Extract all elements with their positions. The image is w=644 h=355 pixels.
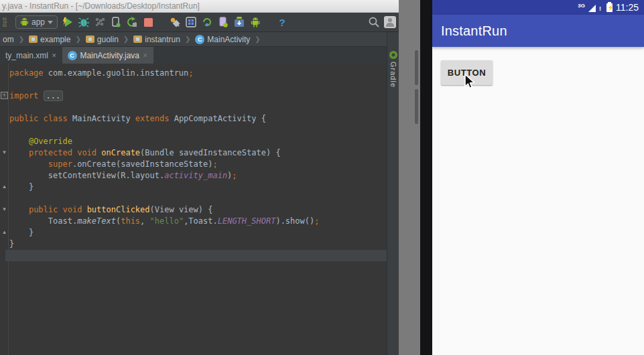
project-structure-icon[interactable]	[169, 16, 181, 28]
code-line: }	[9, 238, 385, 250]
code-line	[9, 193, 385, 204]
network-type-label: 3G	[578, 3, 585, 9]
gradle-icon	[389, 51, 397, 59]
emulator-frame-edge	[399, 0, 420, 355]
run-with-coverage-icon[interactable]	[94, 16, 106, 28]
run-button[interactable]	[62, 16, 74, 28]
user-avatar-icon[interactable]	[384, 16, 396, 28]
breadcrumb-separator: ❯	[15, 36, 27, 43]
class-icon: C	[195, 35, 204, 44]
screen: y.java - InstantRun - [~/Downloads/Deskt…	[0, 0, 644, 355]
sync-project-gradle-icon[interactable]	[201, 16, 213, 28]
package-icon	[86, 36, 94, 43]
code-line: }	[9, 227, 385, 238]
breadcrumb-separator: ❯	[182, 36, 194, 43]
breadcrumb-item-mainactivity[interactable]: C MainActivity	[194, 35, 251, 44]
code-line: }	[9, 182, 385, 193]
android-monitor-icon[interactable]	[249, 16, 261, 28]
code-line: package com.example.guolin.instantrun;	[9, 68, 385, 79]
fold-marker-icon[interactable]: ▾	[1, 149, 8, 156]
rerun-button[interactable]	[126, 16, 138, 28]
mouse-cursor-icon	[464, 74, 476, 90]
run-configuration-label: app	[31, 17, 45, 27]
code-line: import ...	[9, 90, 385, 102]
tab-mainactivity-java[interactable]: C MainActivity.java ✕	[62, 47, 153, 64]
fold-marker-icon[interactable]: ▾	[1, 206, 8, 213]
code-line: public class MainActivity extends AppCom…	[9, 113, 385, 125]
code-line	[9, 102, 385, 113]
help-icon[interactable]: ?	[276, 16, 288, 28]
battery-icon: ⚡	[606, 3, 613, 12]
tool-window-strip: Gradle	[387, 32, 399, 355]
editor-tab-bar: ty_main.xml ✕ C MainActivity.java ✕	[0, 47, 399, 64]
code-line	[9, 79, 385, 90]
tab-activity-main-xml[interactable]: ty_main.xml ✕	[0, 47, 62, 64]
fold-marker-icon[interactable]: ▴	[1, 183, 8, 190]
breadcrumb: om ❯ example ❯ guolin ❯ instantrun ❯ C M…	[0, 32, 399, 47]
android-device-monitor-icon[interactable]	[185, 16, 197, 28]
chevron-down-icon	[48, 21, 53, 24]
code-area: package com.example.guolin.instantrun;im…	[9, 68, 385, 261]
attach-debugger-icon[interactable]	[110, 16, 122, 28]
stop-button[interactable]	[142, 16, 154, 28]
code-line	[9, 125, 385, 136]
app-content: BUTTON	[432, 47, 644, 355]
app-title: InstantRun	[441, 23, 507, 39]
fold-marker-icon[interactable]: ▴	[1, 228, 8, 236]
code-line: setContentView(R.layout.activity_main);	[9, 170, 385, 182]
breadcrumb-separator: ❯	[251, 36, 263, 43]
breadcrumb-item-guolin[interactable]: guolin	[84, 35, 120, 44]
breadcrumb-separator: ❯	[72, 36, 84, 43]
code-line: public void buttonClicked(View view) {	[9, 204, 385, 216]
volume-down-button[interactable]	[415, 89, 418, 124]
sdk-manager-icon[interactable]	[233, 16, 245, 28]
code-line	[5, 250, 395, 261]
signal-strength-icon	[588, 5, 596, 12]
fold-marker-icon[interactable]: +	[1, 92, 8, 99]
app-action-bar: InstantRun	[432, 15, 644, 47]
run-configuration-select[interactable]: app	[15, 15, 58, 29]
volume-up-button[interactable]	[415, 50, 418, 85]
debug-button[interactable]	[78, 16, 90, 28]
code-line: super.onCreate(savedInstanceState);	[9, 159, 385, 170]
window-title: y.java - InstantRun - [~/Downloads/Deskt…	[2, 1, 200, 11]
status-bar-clock: 11:25	[616, 2, 639, 13]
vcs-update-icon[interactable]: 011001	[3, 16, 11, 28]
android-emulator-screen: 3G ! ⚡ 11:25 InstantRun BUTTON	[432, 0, 644, 355]
editor-gutter: +▾▴▾▴	[0, 64, 9, 355]
signal-alert-icon: !	[599, 5, 601, 12]
code-line: protected void onCreate(Bundle savedInst…	[9, 147, 385, 159]
breadcrumb-separator: ❯	[120, 36, 132, 43]
search-everywhere-icon[interactable]	[368, 16, 380, 28]
window-titlebar: y.java - InstantRun - [~/Downloads/Deskt…	[0, 0, 399, 13]
breadcrumb-item-example[interactable]: example	[27, 35, 72, 44]
close-icon[interactable]: ✕	[143, 52, 148, 59]
code-line: Toast.makeText(this, "hello",Toast.LENGT…	[9, 216, 385, 227]
code-line: @Override	[9, 136, 385, 147]
android-studio-window: y.java - InstantRun - [~/Downloads/Deskt…	[0, 0, 399, 355]
close-icon[interactable]: ✕	[52, 52, 57, 59]
device-manager-icon[interactable]	[217, 16, 229, 28]
class-icon: C	[68, 51, 77, 60]
gradle-tool-window-button[interactable]: Gradle	[387, 51, 399, 88]
main-toolbar: 011001 app	[0, 13, 399, 32]
android-robot-icon	[20, 17, 29, 27]
package-icon	[133, 36, 142, 43]
android-status-bar: 3G ! ⚡ 11:25	[432, 0, 644, 15]
breadcrumb-item-com[interactable]: om	[1, 35, 15, 44]
emulator-bezel	[420, 0, 432, 355]
package-icon	[29, 36, 38, 43]
code-editor[interactable]: +▾▴▾▴ package com.example.guolin.instant…	[0, 64, 399, 355]
breadcrumb-item-instantrun[interactable]: instantrun	[132, 35, 182, 44]
